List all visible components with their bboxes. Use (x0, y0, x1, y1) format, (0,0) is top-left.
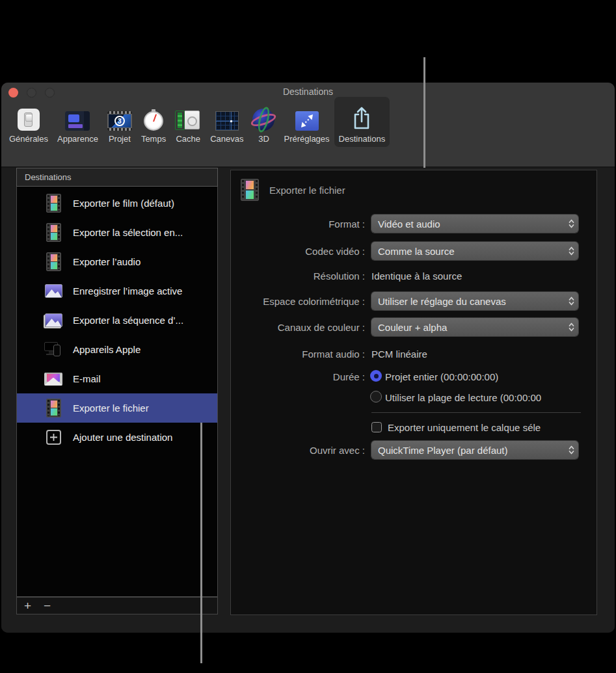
list-item-label: Exporter l’audio (73, 256, 141, 267)
callout-line-destinations-pane (423, 57, 425, 168)
list-item-label: Exporter la séquence d’... (73, 315, 183, 326)
stopwatch-icon (144, 111, 163, 131)
chevron-up-down-icon (564, 445, 578, 455)
radio-plage-lecture-label: Utiliser la plage de lecture (00:00:00 (385, 392, 541, 403)
format-popup-value: Vidéo et audio (371, 218, 564, 230)
list-item-email[interactable]: E-mail (17, 364, 217, 393)
list-item-appareils-apple[interactable]: Appareils Apple (17, 335, 217, 364)
radio-plage-lecture[interactable] (370, 391, 382, 402)
colorspace-popup-value: Utiliser le réglage du canevas (371, 296, 564, 307)
toolbar-item-canevas[interactable]: Canevas (206, 97, 248, 147)
toolbar-item-label: Générales (9, 134, 48, 144)
resize-arrow-icon (295, 111, 319, 131)
toolbar-item-label: Destinations (339, 134, 386, 144)
window-title: Destinations (1, 86, 615, 97)
film-icon (241, 179, 259, 201)
toolbar-item-destinations[interactable]: Destinations (334, 97, 390, 147)
toolbar-item-label: Préréglages (284, 134, 329, 144)
toolbar-item-label: Temps (141, 134, 166, 144)
toolbar-item-apparence[interactable]: Apparence (53, 97, 103, 147)
codec-popup[interactable]: Comme la source (371, 242, 578, 260)
panel-title: Exporter le fichier (269, 185, 345, 196)
toolbar-item-prereglages[interactable]: Préréglages (279, 97, 334, 147)
radio-projet-entier-label: Projet entier (00:00:00:00) (385, 371, 498, 382)
toolbar-item-label: Projet (109, 134, 131, 144)
format-popup[interactable]: Vidéo et audio (371, 215, 578, 233)
codec-popup-value: Comme la source (371, 246, 564, 257)
film-icon (46, 194, 61, 213)
screenshot-root: Destinations Générales Apparence 3 Proje… (0, 0, 616, 673)
list-item-label: Exporter le film (défaut) (73, 198, 174, 209)
photo-icon (45, 284, 62, 298)
list-item-exporter-le-fichier[interactable]: Exporter le fichier (17, 393, 217, 423)
channels-label: Canaux de couleur : (231, 322, 365, 333)
list-item-enregistrer-image[interactable]: Enregistrer l’image active (17, 276, 217, 306)
sidebar-footer: + − (16, 597, 218, 614)
list-item-exporter-la-selection[interactable]: Exporter la sélection en... (17, 218, 217, 247)
toolbar-item-3d[interactable]: 3D (248, 97, 279, 147)
chevron-up-down-icon (564, 218, 578, 229)
audio-format-value: PCM linéaire (371, 349, 427, 360)
open-with-popup-value: QuickTime Player (par défaut) (371, 445, 564, 456)
duration-label: Durée : (231, 371, 365, 382)
channels-popup[interactable]: Couleur + alpha (371, 318, 578, 336)
plus-box-icon (46, 430, 61, 445)
sphere-3d-icon (252, 109, 275, 131)
list-item-exporter-le-film[interactable]: Exporter le film (défaut) (17, 189, 217, 218)
add-destination-button[interactable]: + (24, 600, 31, 612)
film-icon (46, 399, 61, 417)
toolbar-item-label: Canevas (210, 134, 243, 144)
film-project-icon: 3 (107, 111, 132, 131)
format-label: Format : (231, 218, 365, 230)
grid-canvas-icon (215, 111, 239, 131)
list-item-exporter-sequence[interactable]: Exporter la séquence d’... (17, 306, 217, 335)
export-selected-layer-checkbox[interactable] (371, 422, 382, 432)
resolution-value: Identique à la source (371, 271, 462, 282)
list-item-label: Exporter la sélection en... (73, 227, 183, 238)
toolbar: Destinations Générales Apparence 3 Proje… (1, 83, 615, 168)
list-item-label: Exporter le fichier (73, 402, 149, 414)
toolbar-item-generales[interactable]: Générales (5, 97, 53, 147)
switch-icon (18, 109, 40, 131)
chevron-up-down-icon (564, 246, 578, 256)
resolution-label: Résolution : (231, 271, 365, 282)
destinations-sidebar: Destinations Exporter le film (défaut) E… (16, 168, 218, 614)
panel-header: Exporter le fichier (241, 179, 345, 201)
content-area: Destinations Exporter le film (défaut) E… (1, 168, 615, 633)
share-icon (351, 105, 372, 131)
toolbar-item-label: 3D (258, 134, 269, 144)
destinations-list: Exporter le film (défaut) Exporter la sé… (16, 187, 218, 597)
chevron-up-down-icon (564, 322, 578, 332)
preferences-window: Destinations Générales Apparence 3 Proje… (1, 83, 615, 633)
devices-icon (44, 342, 62, 357)
divider (371, 412, 581, 413)
audio-format-label: Format audio : (231, 349, 365, 360)
callout-line-exporter-le-fichier (200, 423, 202, 663)
colorspace-label: Espace colorimétrique : (231, 296, 365, 307)
list-item-label: E-mail (73, 373, 101, 384)
memory-disk-icon (175, 110, 201, 131)
film-icon (46, 223, 61, 242)
export-file-panel: Exporter le fichier Format : Vidéo et au… (230, 170, 597, 615)
open-with-label: Ouvrir avec : (231, 445, 365, 456)
open-with-popup[interactable]: QuickTime Player (par défaut) (371, 441, 578, 459)
appearance-icon (65, 111, 90, 131)
toolbar-item-projet[interactable]: 3 Projet (103, 97, 137, 147)
toolbar-item-cache[interactable]: Cache (170, 97, 206, 147)
chevron-up-down-icon (564, 296, 578, 306)
film-icon (46, 252, 61, 271)
toolbar-item-temps[interactable]: Temps (137, 97, 170, 147)
list-item-label: Appareils Apple (73, 344, 141, 355)
list-item-exporter-audio[interactable]: Exporter l’audio (17, 247, 217, 276)
toolbar-item-label: Apparence (57, 134, 98, 144)
channels-popup-value: Couleur + alpha (371, 322, 564, 333)
remove-destination-button[interactable]: − (44, 600, 51, 612)
list-item-label: Enregistrer l’image active (73, 285, 182, 297)
colorspace-popup[interactable]: Utiliser le réglage du canevas (371, 292, 578, 310)
export-selected-layer-label: Exporter uniquement le calque séle (388, 422, 541, 433)
toolbar-item-label: Cache (176, 134, 200, 144)
list-item-ajouter-destination[interactable]: Ajouter une destination (17, 423, 217, 452)
list-item-label: Ajouter une destination (73, 432, 172, 443)
radio-projet-entier[interactable] (370, 370, 382, 382)
toolbar-items: Générales Apparence 3 Projet Temps Cache (5, 97, 390, 147)
